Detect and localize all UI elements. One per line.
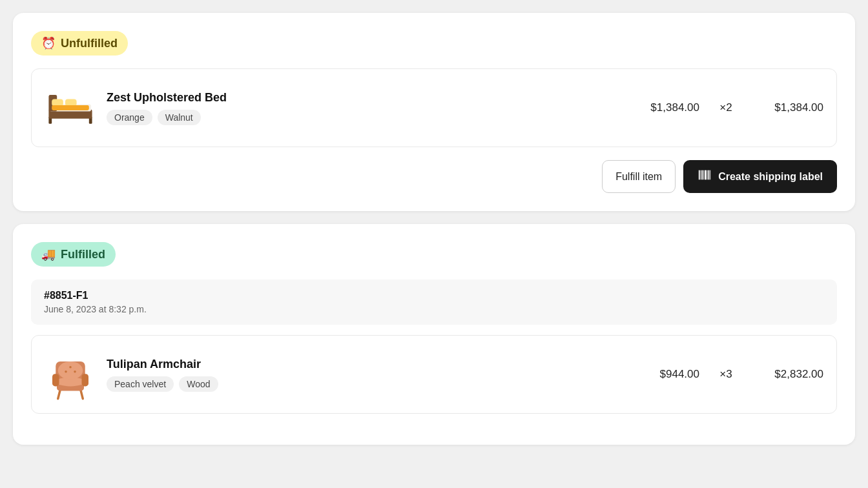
unfulfilled-product-row: Zest Upholstered Bed Orange Walnut $1,38… — [45, 82, 823, 134]
svg-rect-13 — [707, 170, 708, 180]
svg-point-26 — [74, 371, 76, 373]
fulfilled-tag-material: Wood — [179, 376, 218, 392]
fulfilled-product-price: $944.00 — [628, 368, 699, 381]
fulfilled-badge: 🚚 Fulfilled — [31, 242, 116, 267]
fulfilled-product-total: $2,832.00 — [752, 368, 823, 381]
svg-rect-12 — [705, 170, 707, 180]
svg-rect-15 — [710, 170, 710, 180]
fulfilled-product-tags: Peach velvet Wood — [107, 376, 618, 392]
svg-point-21 — [58, 361, 83, 380]
svg-rect-23 — [82, 374, 89, 386]
fulfilled-card: 🚚 Fulfilled #8851-F1 June 8, 2023 at 8:3… — [13, 224, 855, 445]
svg-rect-8 — [699, 170, 700, 180]
clock-icon: ⏰ — [41, 36, 56, 50]
unfulfilled-tag-color: Orange — [107, 110, 152, 125]
unfulfilled-product-price: $1,384.00 — [628, 101, 699, 114]
svg-line-17 — [81, 390, 83, 399]
unfulfilled-card: ⏰ Unfulfilled — [13, 13, 855, 211]
unfulfilled-product-qty: ×2 — [710, 101, 742, 114]
fulfilled-product-qty: ×3 — [710, 368, 742, 381]
fulfillment-date: June 8, 2023 at 8:32 p.m. — [44, 304, 824, 314]
fulfill-item-button[interactable]: Fulfill item — [602, 160, 676, 193]
unfulfilled-product-name: Zest Upholstered Bed — [107, 91, 618, 105]
svg-rect-7 — [52, 105, 89, 110]
barcode-icon — [698, 168, 712, 185]
svg-point-24 — [69, 366, 72, 369]
svg-rect-14 — [708, 170, 710, 180]
unfulfilled-product-info: Zest Upholstered Bed Orange Walnut — [107, 91, 618, 125]
svg-rect-6 — [65, 99, 77, 106]
fulfilled-product-row: Tulipan Armchair Peach velvet Wood $944.… — [45, 349, 823, 400]
svg-rect-5 — [52, 99, 63, 106]
create-shipping-label-button[interactable]: Create shipping label — [683, 160, 837, 193]
svg-rect-10 — [702, 170, 703, 180]
bed-product-image — [45, 82, 96, 134]
fulfilled-product-name: Tulipan Armchair — [107, 358, 618, 371]
fulfillment-info-box: #8851-F1 June 8, 2023 at 8:32 p.m. — [31, 280, 837, 325]
unfulfilled-actions: Fulfill item Create shipping label — [31, 160, 837, 193]
fulfilled-product-container: Tulipan Armchair Peach velvet Wood $944.… — [31, 335, 837, 414]
unfulfilled-badge: ⏰ Unfulfilled — [31, 31, 128, 56]
fulfilled-tag-color: Peach velvet — [107, 376, 174, 392]
unfulfilled-tag-material: Walnut — [158, 110, 201, 125]
svg-rect-22 — [52, 374, 59, 386]
fulfilled-label: Fulfilled — [61, 248, 105, 261]
fulfilled-product-info: Tulipan Armchair Peach velvet Wood — [107, 358, 618, 392]
unfulfilled-label: Unfulfilled — [61, 37, 118, 50]
svg-rect-11 — [703, 170, 704, 180]
svg-line-16 — [58, 390, 61, 399]
unfulfilled-product-container: Zest Upholstered Bed Orange Walnut $1,38… — [31, 68, 837, 147]
fulfillment-id: #8851-F1 — [44, 290, 824, 301]
chair-product-image — [45, 349, 96, 400]
svg-rect-9 — [701, 170, 701, 180]
create-shipping-label-text: Create shipping label — [718, 171, 823, 183]
unfulfilled-product-tags: Orange Walnut — [107, 110, 618, 125]
unfulfilled-product-total: $1,384.00 — [752, 101, 823, 114]
truck-icon: 🚚 — [41, 247, 56, 261]
svg-point-25 — [65, 371, 67, 373]
